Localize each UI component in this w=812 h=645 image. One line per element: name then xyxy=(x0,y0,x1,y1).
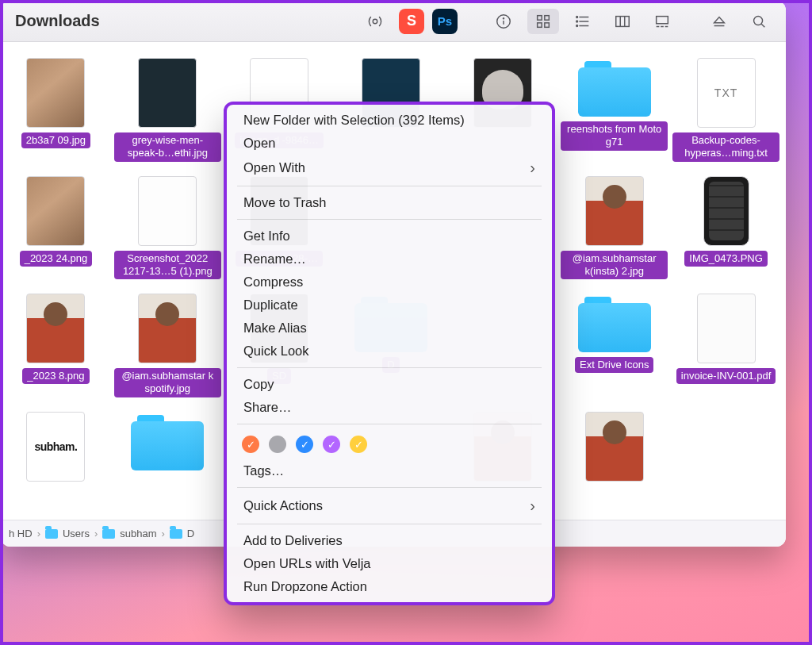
file-thumbnail xyxy=(26,58,85,128)
file-thumbnail xyxy=(26,176,85,246)
file-thumbnail xyxy=(138,176,197,246)
menu-compress[interactable]: Compress xyxy=(226,271,553,294)
search-icon[interactable] xyxy=(743,9,775,34)
file-item[interactable]: IMG_0473.PNG xyxy=(672,176,779,280)
file-thumbnail xyxy=(26,294,85,363)
view-list-button[interactable] xyxy=(567,9,599,34)
menu-quick-look[interactable]: Quick Look xyxy=(226,340,553,363)
file-item[interactable] xyxy=(672,412,779,482)
menu-open-with[interactable]: Open With xyxy=(226,155,553,181)
path-crumb[interactable]: h HD xyxy=(9,528,33,539)
file-item[interactable] xyxy=(561,412,668,482)
svg-rect-7 xyxy=(545,22,550,27)
path-crumb[interactable]: Users xyxy=(45,528,90,539)
path-crumb[interactable]: D xyxy=(170,528,194,539)
file-label: Screenshot_2022 1217-13…5 (1).png xyxy=(114,251,221,280)
context-menu: New Folder with Selection (392 Items) Op… xyxy=(225,103,553,604)
file-thumbnail xyxy=(138,58,197,128)
menu-new-folder-selection[interactable]: New Folder with Selection (392 Items) xyxy=(226,109,553,132)
info-icon[interactable] xyxy=(488,9,519,34)
menu-move-to-trash[interactable]: Move to Trash xyxy=(226,191,553,214)
tag-blue[interactable]: ✓ xyxy=(296,436,313,453)
tag-gray[interactable] xyxy=(269,436,286,453)
menu-open-urls-velja[interactable]: Open URLs with Velja xyxy=(226,552,553,575)
menu-tag-colors: ✓ ✓ ✓ ✓ xyxy=(226,429,553,459)
menu-share[interactable]: Share… xyxy=(226,396,553,419)
window-title: Downloads xyxy=(15,12,100,30)
menu-add-to-deliveries[interactable]: Add to Deliveries xyxy=(226,529,553,552)
file-thumbnail xyxy=(585,176,644,246)
view-columns-button[interactable] xyxy=(607,9,638,34)
menu-copy[interactable]: Copy xyxy=(226,373,553,396)
menu-quick-actions[interactable]: Quick Actions xyxy=(226,493,553,519)
file-item[interactable]: Screenshot_2022 1217-13…5 (1).png xyxy=(114,176,221,280)
app-icon-s[interactable]: S xyxy=(399,9,424,34)
svg-point-3 xyxy=(503,17,504,18)
file-label: grey-wise-men-speak-b…ethi.jpg xyxy=(114,132,221,162)
folder-icon xyxy=(578,294,651,352)
svg-rect-4 xyxy=(538,15,542,20)
file-thumbnail: subham. xyxy=(26,412,85,482)
file-item[interactable]: 2b3a7 09.jpg xyxy=(2,58,109,162)
folder-icon xyxy=(578,58,651,117)
file-label: IMG_0473.PNG xyxy=(684,251,768,267)
file-label: Backup-codes-hyperas…ming.txt xyxy=(672,132,779,162)
file-label: @iam.subhamstar k spotify.jpg xyxy=(114,368,221,397)
file-label: Ext Drive Icons xyxy=(575,357,653,373)
svg-rect-6 xyxy=(538,22,542,27)
svg-rect-5 xyxy=(545,15,550,20)
svg-line-23 xyxy=(761,24,764,27)
file-label: _2023 24.png xyxy=(20,251,93,267)
svg-point-13 xyxy=(576,25,578,26)
view-icons-button[interactable] xyxy=(527,9,559,34)
file-item[interactable]: grey-wise-men-speak-b…ethi.jpg xyxy=(114,58,221,162)
file-item[interactable]: reenshots from Moto g71 xyxy=(561,58,668,162)
eject-icon[interactable] xyxy=(703,9,735,34)
folder-icon xyxy=(131,412,204,470)
file-label: invoice-INV-001.pdf xyxy=(676,368,776,384)
file-thumbnail xyxy=(697,294,756,363)
path-crumb[interactable]: subham xyxy=(102,528,156,539)
file-item[interactable] xyxy=(114,412,221,482)
svg-rect-17 xyxy=(657,16,668,23)
menu-open[interactable]: Open xyxy=(226,132,553,155)
menu-tags[interactable]: Tags… xyxy=(226,459,553,482)
menu-make-alias[interactable]: Make Alias xyxy=(226,317,553,340)
file-item[interactable]: _2023 24.png xyxy=(2,176,109,280)
file-label: reenshots from Moto g71 xyxy=(561,121,668,151)
file-item[interactable]: TXTBackup-codes-hyperas…ming.txt xyxy=(672,58,779,162)
menu-get-info[interactable]: Get Info xyxy=(226,225,553,248)
menu-run-dropzone[interactable]: Run Dropzone Action xyxy=(226,575,553,598)
file-thumbnail: TXT xyxy=(697,58,756,128)
file-item[interactable]: @iam.subhamstar k(insta) 2.jpg xyxy=(561,176,668,280)
file-item[interactable]: Ext Drive Icons xyxy=(561,294,668,397)
svg-rect-14 xyxy=(616,16,630,26)
file-item[interactable]: invoice-INV-001.pdf xyxy=(672,294,779,397)
airdrop-icon[interactable] xyxy=(359,9,391,34)
app-icon-photoshop[interactable]: Ps xyxy=(432,9,458,34)
tag-purple[interactable]: ✓ xyxy=(323,436,340,453)
svg-point-0 xyxy=(373,19,377,24)
file-item[interactable]: @iam.subhamstar k spotify.jpg xyxy=(114,294,221,397)
toolbar: Downloads S Ps xyxy=(1,1,786,42)
menu-duplicate[interactable]: Duplicate xyxy=(226,294,553,317)
svg-point-22 xyxy=(754,16,763,25)
file-thumbnail xyxy=(585,412,644,482)
file-label: _2023 8.png xyxy=(22,368,89,384)
menu-rename[interactable]: Rename… xyxy=(226,248,553,271)
svg-point-12 xyxy=(576,21,578,22)
file-thumbnail xyxy=(138,294,197,363)
file-item[interactable]: subham. xyxy=(2,412,109,482)
file-label: @iam.subhamstar k(insta) 2.jpg xyxy=(561,251,668,280)
svg-point-11 xyxy=(576,16,578,17)
file-item[interactable]: _2023 8.png xyxy=(2,294,109,397)
file-label: 2b3a7 09.jpg xyxy=(21,132,90,148)
tag-yellow[interactable]: ✓ xyxy=(350,436,367,453)
file-thumbnail xyxy=(703,176,749,246)
tag-red[interactable]: ✓ xyxy=(242,436,259,453)
view-gallery-button[interactable] xyxy=(646,9,678,34)
